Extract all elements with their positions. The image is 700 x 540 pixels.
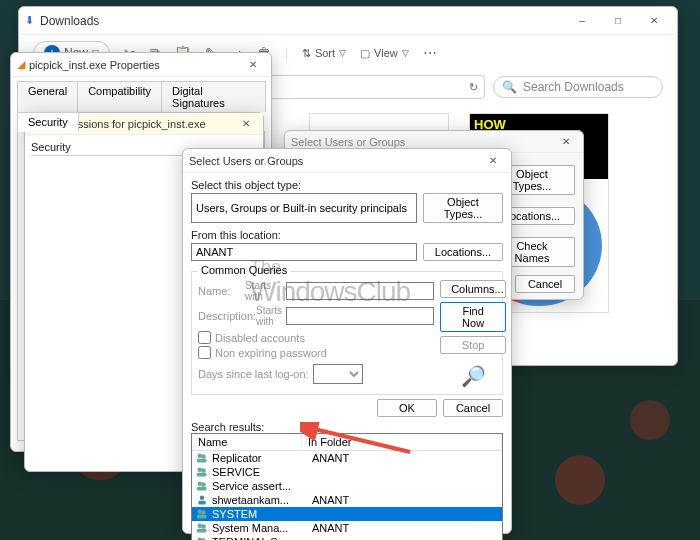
minimize-button[interactable]: – <box>565 9 599 33</box>
download-icon: ⬇ <box>25 14 34 27</box>
svg-rect-21 <box>197 515 207 519</box>
svg-rect-18 <box>198 501 206 505</box>
result-folder: ANANT <box>312 494 349 506</box>
close-button[interactable]: ✕ <box>637 9 671 33</box>
location-field <box>191 243 417 261</box>
name-input[interactable] <box>286 282 434 300</box>
svg-point-17 <box>200 496 205 501</box>
maximize-button[interactable]: □ <box>601 9 635 33</box>
columns-button[interactable]: Columns... <box>440 280 506 298</box>
result-row[interactable]: System Mana...ANANT <box>192 521 502 535</box>
result-name: shwetaankam... <box>212 494 308 506</box>
result-row[interactable]: shwetaankam...ANANT <box>192 493 502 507</box>
svg-point-14 <box>198 482 203 487</box>
sort-icon: ⇅ <box>302 47 311 60</box>
result-name: System Mana... <box>212 522 308 534</box>
sug-title: Select Users or Groups <box>189 155 481 167</box>
select-object-type-label: Select this object type: <box>191 179 503 191</box>
group-icon <box>196 452 208 464</box>
ok-button[interactable]: OK <box>377 399 437 417</box>
disabled-accounts-label: Disabled accounts <box>215 332 305 344</box>
svg-point-19 <box>198 510 203 515</box>
result-row[interactable]: TERMINAL S... <box>192 535 502 540</box>
close-button[interactable]: ✕ <box>241 56 265 74</box>
stop-button: Stop <box>440 336 506 354</box>
col-folder[interactable]: In Folder <box>302 434 502 450</box>
tab-compatibility[interactable]: Compatibility <box>77 81 162 112</box>
explorer-title: Downloads <box>40 14 565 28</box>
person-icon <box>196 494 208 506</box>
tab-security[interactable]: Security <box>17 112 79 132</box>
col-name[interactable]: Name <box>192 434 302 450</box>
app-icon: ◢ <box>17 58 25 71</box>
close-button[interactable]: ✕ <box>481 152 505 170</box>
close-button[interactable]: ✕ <box>555 134 577 150</box>
search-decor-icon: 🔎 <box>461 364 486 388</box>
result-name: Service assert... <box>212 480 308 492</box>
non-expiring-checkbox[interactable] <box>198 346 211 359</box>
svg-point-15 <box>201 482 206 487</box>
days-since-label: Days since last log-on: <box>198 368 309 380</box>
sort-button[interactable]: ⇅Sort▽ <box>302 47 346 60</box>
non-expiring-label: Non expiring password <box>215 347 327 359</box>
view-button[interactable]: ▢View▽ <box>360 47 409 60</box>
days-since-select[interactable] <box>313 364 363 384</box>
properties-titlebar: ◢ picpick_inst.exe Properties ✕ <box>11 53 271 77</box>
svg-rect-16 <box>197 487 207 491</box>
svg-point-8 <box>198 454 203 459</box>
more-icon[interactable]: ⋯ <box>423 45 437 61</box>
group-icon <box>196 466 208 478</box>
result-name: SERVICE <box>212 466 308 478</box>
tab-general[interactable]: General <box>17 81 78 112</box>
select-users-groups-dialog: Select Users or Groups ✕ Select this obj… <box>182 148 512 534</box>
svg-rect-24 <box>197 529 207 533</box>
group-icon <box>196 522 208 534</box>
desc-input[interactable] <box>286 307 434 325</box>
view-icon: ▢ <box>360 47 370 60</box>
from-location-label: From this location: <box>191 229 503 241</box>
group-icon <box>196 508 208 520</box>
svg-rect-10 <box>197 459 207 463</box>
tab-digital-signatures[interactable]: Digital Signatures <box>161 81 266 112</box>
svg-point-20 <box>201 510 206 515</box>
result-row[interactable]: SERVICE <box>192 465 502 479</box>
svg-point-11 <box>198 468 203 473</box>
results-header: Name In Folder <box>192 434 502 451</box>
search-box[interactable]: 🔍 Search Downloads <box>493 76 663 98</box>
disabled-accounts-checkbox[interactable] <box>198 331 211 344</box>
cancel-button[interactable]: Cancel <box>443 399 503 417</box>
result-row[interactable]: SYSTEM <box>192 507 502 521</box>
result-name: Replicator <box>212 452 308 464</box>
svg-point-22 <box>198 524 203 529</box>
search-results-label: Search results: <box>191 421 503 433</box>
svg-point-12 <box>201 468 206 473</box>
result-row[interactable]: Service assert... <box>192 479 502 493</box>
result-name: SYSTEM <box>212 508 308 520</box>
close-button[interactable]: ✕ <box>235 116 257 132</box>
object-type-field <box>191 193 417 223</box>
result-name: TERMINAL S... <box>212 536 308 540</box>
name-label: Name: <box>198 285 241 297</box>
desc-label: Description: <box>198 310 252 322</box>
object-types-button[interactable]: Object Types... <box>423 193 503 223</box>
group-icon <box>196 480 208 492</box>
result-folder: ANANT <box>312 522 349 534</box>
svg-rect-13 <box>197 473 207 477</box>
cancel-button[interactable]: Cancel <box>515 275 575 293</box>
explorer-titlebar: ⬇ Downloads – □ ✕ <box>19 7 677 35</box>
group-icon <box>196 536 208 540</box>
desc-op: Starts with <box>256 305 282 327</box>
common-queries-label: Common Queries <box>198 264 290 276</box>
properties-title: picpick_inst.exe Properties <box>29 59 241 71</box>
svg-point-9 <box>201 454 206 459</box>
sug-titlebar: Select Users or Groups ✕ <box>183 149 511 173</box>
locations-button[interactable]: Locations... <box>423 243 503 261</box>
results-listbox[interactable]: Name In Folder ReplicatorANANTSERVICESer… <box>191 433 503 540</box>
search-placeholder: Search Downloads <box>523 80 624 94</box>
refresh-icon[interactable]: ↻ <box>469 81 478 94</box>
result-folder: ANANT <box>312 452 349 464</box>
find-now-button[interactable]: Find Now <box>440 302 506 332</box>
name-op: Starts with <box>245 280 282 302</box>
sug-back-title: Select Users or Groups <box>291 136 555 148</box>
result-row[interactable]: ReplicatorANANT <box>192 451 502 465</box>
